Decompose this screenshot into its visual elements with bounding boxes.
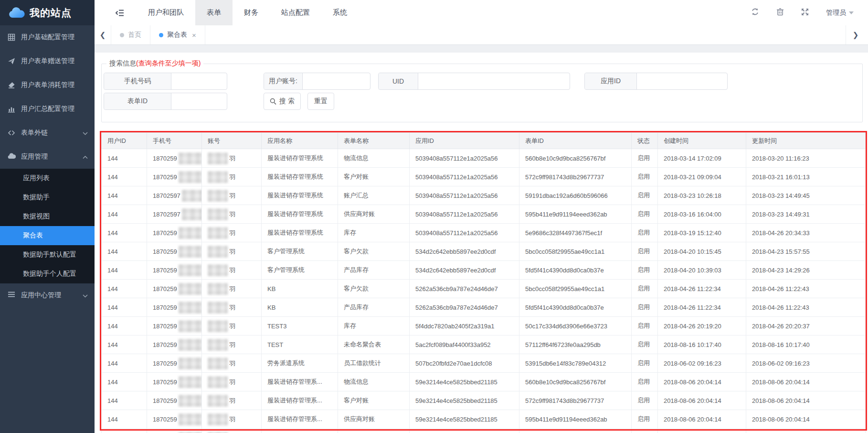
cell-form-id: 59191dbac192a6d60b596066 xyxy=(519,186,632,205)
cell-status: 启用 xyxy=(632,261,658,280)
nav-item-forms[interactable]: 表单 xyxy=(195,0,233,25)
sidebar-item-summary-config[interactable]: 用户汇总配置管理 xyxy=(0,97,95,121)
sidebar-item-form-consume[interactable]: 用户表单消耗管理 xyxy=(0,73,95,97)
sidebar-item-assistant-personal-config[interactable]: 数据助手个人配置 xyxy=(0,264,95,283)
table-row: 1441870259羽TEST3库存5f4ddc7820ab2405f2a319… xyxy=(102,317,866,336)
sidebar-item-label: 用户汇总配置管理 xyxy=(21,105,74,113)
cell-form-name xyxy=(338,429,410,433)
cell-created: 2018-03-19 15:12:40 xyxy=(658,224,746,242)
cell-app-name: 服装进销存管理系统 xyxy=(262,168,338,186)
reset-button[interactable]: 重置 xyxy=(307,93,334,110)
admin-menu[interactable]: 管理员 xyxy=(826,9,854,17)
cell-created: 2018-04-26 11:22:34 xyxy=(658,280,746,298)
table-row: 1441870259羽服装进销存管理系...物流信息59e3214e4ce582… xyxy=(102,373,866,391)
sidebar-item-aggregate-table[interactable]: 聚合表 xyxy=(0,226,95,245)
table-row: 1441870259羽KB产品库存5262a536cb9a787e24d46de… xyxy=(102,298,866,317)
search-panel: 搜索信息(查询条件至少填一项) 手机号码 用户账号: UID 应用ID 表单ID xyxy=(101,59,863,122)
search-button[interactable]: 搜 索 xyxy=(264,93,301,110)
cell-phone: 1870259 xyxy=(147,168,202,186)
nav-item-system[interactable]: 系统 xyxy=(321,0,359,25)
phone-field-label: 手机号码 xyxy=(104,73,171,89)
redaction-blur xyxy=(208,208,228,220)
nav-item-site-config[interactable]: 站点配置 xyxy=(270,0,321,25)
phone-input[interactable] xyxy=(171,73,227,89)
account-input[interactable] xyxy=(303,73,370,89)
search-panel-title: 搜索信息(查询条件至少填一项) xyxy=(106,59,203,68)
form-id-input[interactable] xyxy=(171,93,227,109)
app-id-field-group: 应用ID xyxy=(584,73,728,90)
cell-created: 2018-03-16 16:04:00 xyxy=(658,205,746,224)
cell-app-id: 5262a536cb9a787e24d46de7 xyxy=(410,280,519,298)
cell-form-id: 5bc0cc058f29955ae49cc1a1 xyxy=(519,280,632,298)
cell-status: 启用 xyxy=(632,336,658,354)
cell-phone: 1870259 xyxy=(147,261,202,280)
content-gap-band xyxy=(95,45,868,53)
sidebar-item-form-external-link[interactable]: 表单外链 xyxy=(0,121,95,145)
cell-user-id: 144 xyxy=(102,261,147,280)
sidebar-item-data-assistant[interactable]: 数据助手 xyxy=(0,188,95,207)
cell-created: 2018-04-26 20:19:20 xyxy=(658,317,746,336)
close-icon[interactable]: × xyxy=(192,31,196,39)
cell-phone: 1870259 xyxy=(147,373,202,391)
table-row: 14418702597羽服装进销存管理系统供应商对账5039408a557112… xyxy=(102,205,866,224)
sidebar-item-app-center-management[interactable]: 应用中心管理 xyxy=(0,283,95,307)
sidebar-item-app-management[interactable]: 应用管理 xyxy=(0,145,95,169)
cell-phone: 1870259 xyxy=(147,391,202,410)
table-row: 1441870259羽服装进销存管理系...供应商对账59e3214e4ce58… xyxy=(102,410,866,429)
sidebar-item-app-list[interactable]: 应用列表 xyxy=(0,169,95,188)
cell-updated: 2018-06-02 09:16:23 xyxy=(746,354,866,373)
nav-actions: 管理员 xyxy=(751,0,868,25)
app-id-input[interactable] xyxy=(637,73,727,89)
cell-account: 羽 xyxy=(202,168,262,186)
nav-item-finance[interactable]: 财务 xyxy=(233,0,270,25)
cell-form-id: 572c9ff981743d8b29677737 xyxy=(519,391,632,410)
cell-status: 启用 xyxy=(632,410,658,429)
tab-home[interactable]: 首页 xyxy=(111,25,150,44)
uid-input[interactable] xyxy=(418,73,570,89)
cell-app-name: 劳务派遣系统 xyxy=(262,354,338,373)
sidebar-item-form-gift[interactable]: 用户表单赠送管理 xyxy=(0,49,95,73)
sidebar-item-label: 应用管理 xyxy=(21,152,48,161)
cell-updated: 2018-08-16 10:17:40 xyxy=(746,336,866,354)
cell-app-id: 5039408a557112e1a2025a56 xyxy=(410,224,519,242)
sidebar-item-label: 用户表单消耗管理 xyxy=(21,81,74,89)
top-navbar: 我的站点 用户和团队 表单 财务 站点配置 系统 xyxy=(0,0,868,25)
cloud-logo-icon xyxy=(9,7,25,19)
cell-updated: 2018-04-23 15:57:55 xyxy=(746,242,866,261)
cell-form-id: 53915db6e14f83c789e04312 xyxy=(519,354,632,373)
sidebar-item-data-view[interactable]: 数据视图 xyxy=(0,207,95,226)
table-row: 1441870259羽劳务派遣系统员工借款统计507bc20fbfd2e70ae… xyxy=(102,354,866,373)
redaction-blur xyxy=(179,357,202,369)
trash-icon[interactable] xyxy=(776,8,784,18)
cell-created: 2018-04-20 10:15:45 xyxy=(658,242,746,261)
cell-form-id: 572c9ff981743d8b29677737 xyxy=(519,168,632,186)
tabs-scroll-right-icon[interactable]: ❯ xyxy=(846,25,865,44)
cell-phone: 1870259 xyxy=(147,224,202,242)
cell-account: 羽 xyxy=(202,429,262,433)
sidebar-collapse-icon[interactable] xyxy=(116,0,124,25)
cell-status: 启用 xyxy=(632,391,658,410)
tab-aggregate-table[interactable]: 聚合表 × xyxy=(150,25,205,44)
cell-app-id: 5ac2fcf089baf4400f33a952 xyxy=(410,336,519,354)
cell-form-name: 供应商对账 xyxy=(338,410,410,429)
sidebar-item-label: 应用中心管理 xyxy=(21,291,61,300)
redaction-blur xyxy=(208,171,228,183)
table-row: 1441870259羽服装进销存管理系统库存5039408a557112e1a2… xyxy=(102,224,866,242)
nav-menu: 用户和团队 表单 财务 站点配置 系统 xyxy=(95,0,359,25)
tabs-scroll-left-icon[interactable]: ❮ xyxy=(95,25,111,44)
redaction-blur xyxy=(208,283,228,295)
cell-created: 2018-08-06 20:04:14 xyxy=(658,410,746,429)
redaction-blur xyxy=(208,413,228,425)
cell-status: 启用 xyxy=(632,168,658,186)
fullscreen-icon[interactable] xyxy=(801,8,809,18)
cell-user-id: 144 xyxy=(102,336,147,354)
cell-updated: 2018-04-23 14:29:26 xyxy=(746,261,866,280)
sidebar-item-user-base-config[interactable]: 用户基础配置管理 xyxy=(0,25,95,49)
cell-account: 羽 xyxy=(202,317,262,336)
cell-user-id: 144 xyxy=(102,224,147,242)
refresh-icon[interactable] xyxy=(751,8,759,18)
cell-app-name: 服装进销存管理系... xyxy=(262,373,338,391)
sidebar-item-assistant-default-config[interactable]: 数据助手默认配置 xyxy=(0,245,95,264)
nav-item-users-teams[interactable]: 用户和团队 xyxy=(137,0,195,25)
eraser-icon xyxy=(8,81,16,89)
